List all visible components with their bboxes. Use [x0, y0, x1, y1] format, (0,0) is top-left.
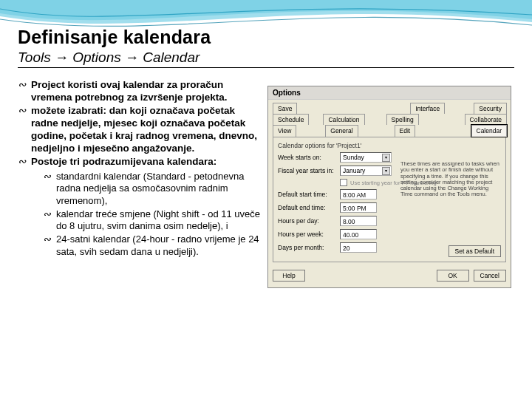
cancel-button[interactable]: Cancel [474, 270, 506, 282]
nav-path: Tools → Options → Calendar [18, 50, 514, 68]
tab-save[interactable]: Save [273, 103, 297, 114]
select-value: Sunday [343, 153, 364, 162]
page-title: Definisanje kalendara [18, 27, 514, 48]
tab-calendar[interactable]: Calendar [471, 125, 508, 137]
sub-bullet-text: standardni kalendar (Standard - petodnev… [56, 171, 244, 206]
bullet-text: Postoje tri podrazumijevana kalendara: [31, 156, 216, 167]
input-dpm[interactable]: 20 [340, 242, 377, 253]
sub-bullet-item: standardni kalendar (Standard - petodnev… [43, 171, 262, 208]
ok-button[interactable]: OK [437, 270, 469, 282]
sub-bullet-item: 24-satni kalendar (24-hour - radno vrije… [43, 233, 262, 258]
dialog-title: Options [268, 86, 511, 100]
checkbox-fy-number[interactable] [340, 179, 347, 186]
left-text-column: Project koristi ovaj kalendar za proraču… [18, 78, 262, 288]
tab-spelling[interactable]: Spelling [386, 114, 419, 125]
bullet-text: Project koristi ovaj kalendar za proraču… [31, 79, 228, 103]
bullet-item: Project koristi ovaj kalendar za proraču… [18, 78, 262, 104]
tab-edit[interactable]: Edit [395, 125, 416, 137]
label-hpw: Hours per week: [278, 231, 337, 238]
label-fiscal: Fiscal year starts in: [278, 167, 337, 174]
chevron-down-icon: ▾ [382, 154, 390, 162]
input-hpd[interactable]: 8.00 [340, 216, 377, 226]
options-dialog: Options Save Interface Security Schedule… [267, 86, 511, 288]
bullet-item: Postoje tri podrazumijevana kalendara: s… [18, 155, 262, 259]
tab-calculation[interactable]: Calculation [323, 114, 364, 125]
input-hpw[interactable]: 40.00 [340, 229, 377, 239]
dialog-panel: Calendar options for 'Project1' Week sta… [273, 137, 506, 262]
tab-view[interactable]: View [273, 125, 296, 137]
label-hpd: Hours per day: [278, 217, 337, 225]
label-def-end: Default end time: [278, 204, 337, 211]
help-button[interactable]: Help [273, 270, 305, 282]
label-dpm: Days per month: [278, 244, 337, 251]
bullet-text: možete izabrati: dan koji označava počet… [31, 105, 257, 154]
select-week-starts[interactable]: Sunday ▾ [340, 152, 392, 163]
sub-bullet-text: kalendar treće smjene (Night shift - od … [56, 208, 260, 232]
select-value: January [343, 166, 365, 175]
tab-security[interactable]: Security [474, 103, 507, 114]
hint-text: These times are assigned to tasks when y… [400, 161, 501, 198]
sub-bullet-text: 24-satni kalendar (24-hour - radno vrije… [56, 233, 259, 257]
label-def-start: Default start time: [278, 191, 337, 198]
select-fiscal[interactable]: January ▾ [340, 166, 392, 176]
tab-schedule[interactable]: Schedule [273, 114, 309, 125]
label-week-starts: Week starts on: [278, 154, 337, 161]
bullet-item: možete izabrati: dan koji označava počet… [18, 104, 262, 155]
tab-general[interactable]: General [325, 125, 358, 137]
dialog-tabs: Save Interface Security Schedule Calcula… [268, 100, 511, 137]
tab-collaborate[interactable]: Collaborate [465, 114, 507, 125]
input-def-end[interactable]: 5:00 PM [340, 202, 377, 213]
tab-interface[interactable]: Interface [410, 103, 445, 114]
sub-bullet-item: kalendar treće smjene (Night shift - od … [43, 208, 262, 233]
set-default-button[interactable]: Set as Default [449, 245, 501, 257]
chevron-down-icon: ▾ [382, 167, 390, 175]
input-def-start[interactable]: 8:00 AM [340, 189, 377, 200]
section-label: Calendar options for 'Project1' [278, 142, 501, 149]
